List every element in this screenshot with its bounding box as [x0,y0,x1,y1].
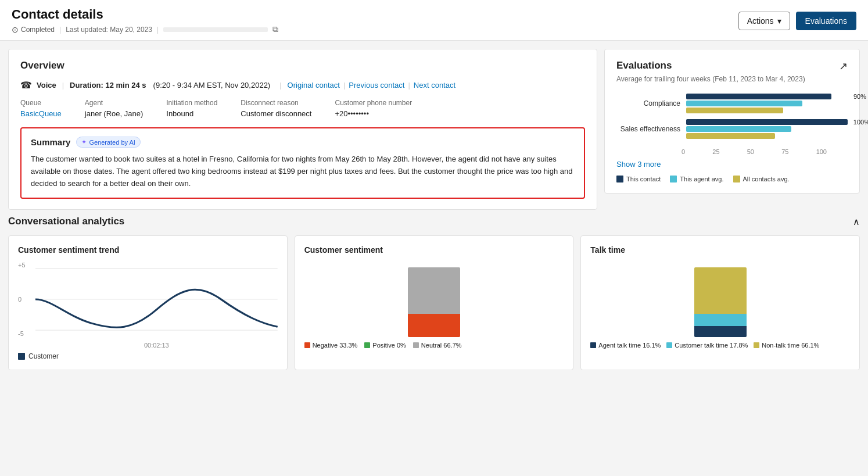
duration-text: Duration: 12 min 24 s [70,81,146,90]
sentiment-trend-card: Customer sentiment trend +5 0 -5 [8,235,288,370]
legend-label-agent: This agent avg. [680,176,723,182]
eval-subtitle: Average for trailing four weeks (Feb 11,… [616,75,848,83]
summary-box: Summary ✦ Generated by AI The customer w… [20,127,585,199]
eval-title: Evaluations [616,60,672,71]
nontalk-legend: Non-talk time 66.1% [754,342,819,349]
meta-grid: Queue BasicQueue Agent janer (Roe, Jane)… [20,99,585,118]
agent-dot [590,342,596,348]
phone-icon: ☎ [20,80,32,91]
nontalk-dot [754,342,759,348]
y-label-bot: -5 [18,330,33,337]
talk-time-title: Talk time [590,245,850,255]
talktime-chart [590,262,850,337]
legend-dot-all [733,176,740,182]
expand-icon[interactable]: ↗ [839,60,848,73]
sentiment-legend: Negative 33.3% Positive 0% Neutral 66.7% [304,342,564,349]
negative-legend: Negative 33.3% [304,342,358,349]
summary-header: Summary ✦ Generated by AI [31,137,575,148]
next-contact-link[interactable]: Next contact [414,81,455,90]
agent-label: Agent [85,99,143,107]
sales-label: Sales effectiveness [616,125,680,133]
neutral-legend: Neutral 66.7% [413,342,462,349]
phone-item: Customer phone number +20•••••••• [335,99,412,118]
voice-row: ☎ Voice | Duration: 12 min 24 s (9:20 - … [20,80,585,91]
header-actions: Actions ▾ Evaluations [738,12,856,30]
analytics-section: Conversational analytics ∧ Customer sent… [0,210,868,378]
evaluations-card: Evaluations ↗ Average for trailing four … [604,49,860,194]
legend-dot-contact [616,176,623,182]
time-range: (9:20 - 9:34 AM EST, Nov 20,2022) [153,81,271,90]
queue-item: Queue BasicQueue [20,99,62,118]
evaluations-legend: This contact This agent avg. All contact… [616,176,848,182]
bar-row-compliance: Compliance 90% [616,94,848,113]
queue-label: Queue [20,99,62,107]
trend-xlabel: 00:02:13 [18,342,278,349]
evaluations-button[interactable]: Evaluations [796,12,856,30]
trend-legend: Customer [18,352,278,360]
phone-label: Customer phone number [335,99,412,107]
trend-chart: +5 0 -5 [18,262,278,337]
ai-badge: ✦ Generated by AI [76,137,141,148]
copy-icon[interactable]: ⧉ [272,24,278,34]
analytics-header: Conversational analytics ∧ [8,210,860,227]
trend-yaxis: +5 0 -5 [18,262,33,337]
eval-header: Evaluations ↗ [616,60,848,73]
neutral-label: Neutral 66.7% [421,342,462,349]
sentiment-chart [304,262,564,337]
status-badge: ⊙ Completed [12,25,55,34]
actions-label: Actions [747,16,774,26]
negative-label: Negative 33.3% [313,342,358,349]
customer-sentiment-card: Customer sentiment Negative 33.3% [295,235,574,370]
positive-label: Positive 0% [372,342,406,349]
customer-talk-legend: Customer talk time 17.8% [666,342,748,349]
chevron-down-icon: ▾ [777,16,781,26]
previous-contact-link[interactable]: Previous contact [349,81,404,90]
original-contact-link[interactable]: Original contact [288,81,340,90]
agent-talk-legend: Agent talk time 16.1% [590,342,661,349]
x-axis: 0 25 50 75 100 [616,148,848,155]
sparkle-icon: ✦ [81,138,87,146]
contact-id [163,27,268,32]
show-more-row: Show 3 more [616,160,848,169]
analytics-title: Conversational analytics [8,216,124,227]
legend-all-contacts: All contacts avg. [733,176,790,182]
y-label-mid: 0 [18,296,33,303]
positive-dot [364,342,370,348]
ai-label: Generated by AI [89,139,135,146]
agent-value: janer (Roe, Jane) [85,109,143,118]
legend-label-contact: This contact [626,176,661,182]
disconnect-value: Customer disconnect [241,109,311,118]
nontalk-label: Non-talk time 66.1% [762,342,819,349]
talktime-legend: Agent talk time 16.1% Customer talk time… [590,342,850,349]
customer-dot [666,342,672,348]
last-updated: Last updated: May 20, 2023 [66,26,152,34]
y-label-top: +5 [18,262,33,269]
evaluations-bar-chart: Compliance 90% [616,94,848,139]
trend-area [35,262,278,337]
initiation-label: Initiation method [166,99,217,107]
queue-value[interactable]: BasicQueue [20,109,62,118]
neutral-dot [413,342,419,348]
talk-time-card: Talk time Agent talk time 16.1% [580,235,860,370]
contact-links: Original contact | Previous contact | Ne… [288,81,455,90]
sentiment-trend-title: Customer sentiment trend [18,245,278,255]
legend-this-contact: This contact [616,176,661,182]
disconnect-item: Disconnect reason Customer disconnect [241,99,311,118]
overview-card: Overview ☎ Voice | Duration: 12 min 24 s… [8,49,597,210]
agent-talk-label: Agent talk time 16.1% [598,342,661,349]
legend-dot-agent [670,176,677,182]
overview-title: Overview [20,60,585,71]
show-more-link[interactable]: Show 3 more [616,160,661,169]
status-text: Completed [21,26,55,34]
trend-svg [35,262,278,337]
channel-label: Voice [37,81,56,90]
trend-legend-label: Customer [28,352,59,360]
summary-text: The customer wanted to book two suites a… [31,153,575,189]
compliance-label: Compliance [616,99,680,108]
actions-button[interactable]: Actions ▾ [738,12,790,30]
agent-item: Agent janer (Roe, Jane) [85,99,143,118]
initiation-value: Inbound [166,109,217,118]
analytics-grid: Customer sentiment trend +5 0 -5 [8,235,860,370]
trend-legend-dot [18,353,25,360]
collapse-icon[interactable]: ∧ [853,216,860,227]
